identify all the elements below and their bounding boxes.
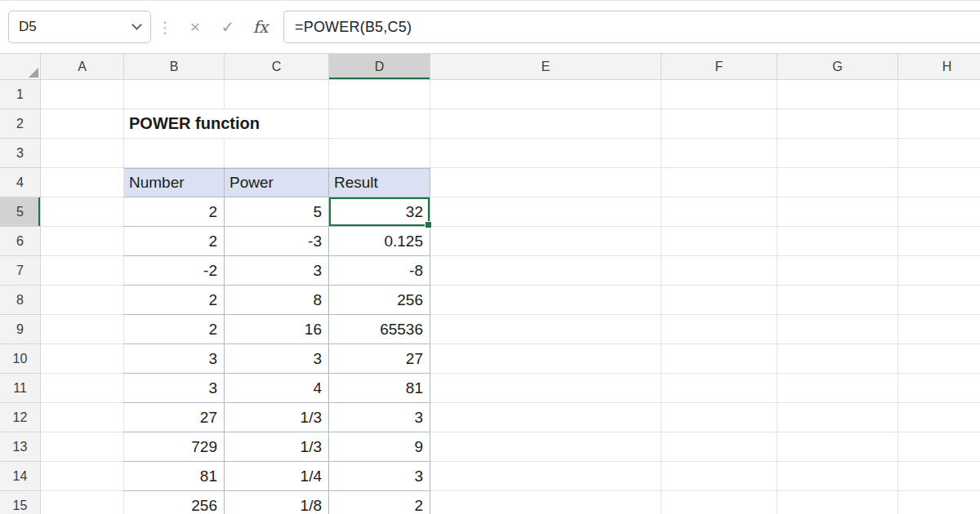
row-header-7[interactable]: 7 <box>0 256 41 286</box>
cell-E8[interactable] <box>430 286 662 315</box>
cell-C4[interactable]: Power <box>225 168 329 197</box>
column-header-A[interactable]: A <box>41 54 124 80</box>
cell-A15[interactable] <box>41 491 124 514</box>
cell-D4[interactable]: Result <box>329 168 430 197</box>
cell-F4[interactable] <box>662 168 777 197</box>
cell-B9[interactable]: 2 <box>124 315 225 344</box>
cell-B10[interactable]: 3 <box>124 344 225 374</box>
row-header-15[interactable]: 15 <box>0 491 41 514</box>
cell-D11[interactable]: 81 <box>329 374 430 403</box>
cell-G1[interactable] <box>777 80 898 109</box>
cell-E2[interactable] <box>430 109 662 139</box>
cell-F1[interactable] <box>662 80 777 109</box>
cell-D5[interactable]: 32 <box>329 197 430 227</box>
cell-B3[interactable] <box>124 139 225 168</box>
cell-G3[interactable] <box>777 139 898 168</box>
cell-C5[interactable]: 5 <box>225 197 329 227</box>
cell-E7[interactable] <box>430 256 662 286</box>
cell-A11[interactable] <box>41 374 124 403</box>
cell-A2[interactable] <box>41 109 124 139</box>
cell-G4[interactable] <box>777 168 898 197</box>
cell-E4[interactable] <box>430 168 662 197</box>
cell-C6[interactable]: -3 <box>225 227 329 256</box>
cell-G15[interactable] <box>777 491 898 514</box>
cell-H5[interactable] <box>898 197 980 227</box>
cell-H11[interactable] <box>898 374 980 403</box>
cell-H3[interactable] <box>898 139 980 168</box>
cell-B13[interactable]: 729 <box>124 432 225 462</box>
row-header-13[interactable]: 13 <box>0 432 41 462</box>
cell-D3[interactable] <box>329 139 430 168</box>
cell-G2[interactable] <box>777 109 898 139</box>
cell-E13[interactable] <box>430 432 662 462</box>
cell-H1[interactable] <box>898 80 980 109</box>
cell-G5[interactable] <box>777 197 898 227</box>
cell-B6[interactable]: 2 <box>124 227 225 256</box>
cell-D6[interactable]: 0.125 <box>329 227 430 256</box>
cell-D14[interactable]: 3 <box>329 462 430 491</box>
cell-C14[interactable]: 1/4 <box>225 462 329 491</box>
cell-F13[interactable] <box>662 432 777 462</box>
cell-A4[interactable] <box>41 168 124 197</box>
cell-H14[interactable] <box>898 462 980 491</box>
formula-bar-splitter-handle[interactable]: ⋮ <box>151 18 179 37</box>
cell-B4[interactable]: Number <box>124 168 225 197</box>
cell-D2[interactable] <box>329 109 430 139</box>
cell-E12[interactable] <box>430 403 662 432</box>
column-header-H[interactable]: H <box>898 54 980 80</box>
enter-icon[interactable]: ✓ <box>212 17 244 37</box>
cell-C15[interactable]: 1/8 <box>225 491 329 514</box>
cell-C7[interactable]: 3 <box>225 256 329 286</box>
insert-function-icon[interactable]: fx <box>244 17 277 37</box>
cell-A1[interactable] <box>41 80 124 109</box>
formula-input[interactable]: =POWER(B5,C5) <box>283 11 980 43</box>
cell-D12[interactable]: 3 <box>329 403 430 432</box>
cell-E6[interactable] <box>430 227 662 256</box>
cell-B2[interactable]: POWER function <box>124 109 225 139</box>
cell-H2[interactable] <box>898 109 980 139</box>
cell-A3[interactable] <box>41 139 124 168</box>
cell-F15[interactable] <box>662 491 777 514</box>
cell-B14[interactable]: 81 <box>124 462 225 491</box>
cell-F14[interactable] <box>662 462 777 491</box>
cell-G7[interactable] <box>777 256 898 286</box>
chevron-down-icon[interactable] <box>131 20 142 30</box>
cell-A9[interactable] <box>41 315 124 344</box>
cell-F11[interactable] <box>662 374 777 403</box>
column-header-G[interactable]: G <box>777 54 898 80</box>
cell-A12[interactable] <box>41 403 124 432</box>
cell-H12[interactable] <box>898 403 980 432</box>
cell-D15[interactable]: 2 <box>329 491 430 514</box>
cell-C3[interactable] <box>225 139 329 168</box>
cell-A6[interactable] <box>41 227 124 256</box>
cell-H4[interactable] <box>898 168 980 197</box>
cell-B5[interactable]: 2 <box>124 197 225 227</box>
select-all-corner[interactable] <box>0 54 41 80</box>
row-header-9[interactable]: 9 <box>0 315 41 344</box>
cell-G8[interactable] <box>777 286 898 315</box>
cell-A10[interactable] <box>41 344 124 374</box>
cell-B8[interactable]: 2 <box>124 286 225 315</box>
cell-H8[interactable] <box>898 286 980 315</box>
cell-D8[interactable]: 256 <box>329 286 430 315</box>
cell-H7[interactable] <box>898 256 980 286</box>
cell-D10[interactable]: 27 <box>329 344 430 374</box>
cell-D7[interactable]: -8 <box>329 256 430 286</box>
cell-F5[interactable] <box>662 197 777 227</box>
cell-C9[interactable]: 16 <box>225 315 329 344</box>
row-header-10[interactable]: 10 <box>0 344 41 374</box>
name-box[interactable]: D5 <box>8 11 151 43</box>
cell-C10[interactable]: 3 <box>225 344 329 374</box>
cell-G11[interactable] <box>777 374 898 403</box>
cell-D13[interactable]: 9 <box>329 432 430 462</box>
column-header-C[interactable]: C <box>225 54 329 80</box>
cell-B7[interactable]: -2 <box>124 256 225 286</box>
cell-E3[interactable] <box>430 139 662 168</box>
column-header-B[interactable]: B <box>124 54 225 80</box>
column-header-E[interactable]: E <box>430 54 662 80</box>
cell-C1[interactable] <box>225 80 329 109</box>
cell-E1[interactable] <box>430 80 662 109</box>
cell-G6[interactable] <box>777 227 898 256</box>
cell-F7[interactable] <box>662 256 777 286</box>
cell-D1[interactable] <box>329 80 430 109</box>
